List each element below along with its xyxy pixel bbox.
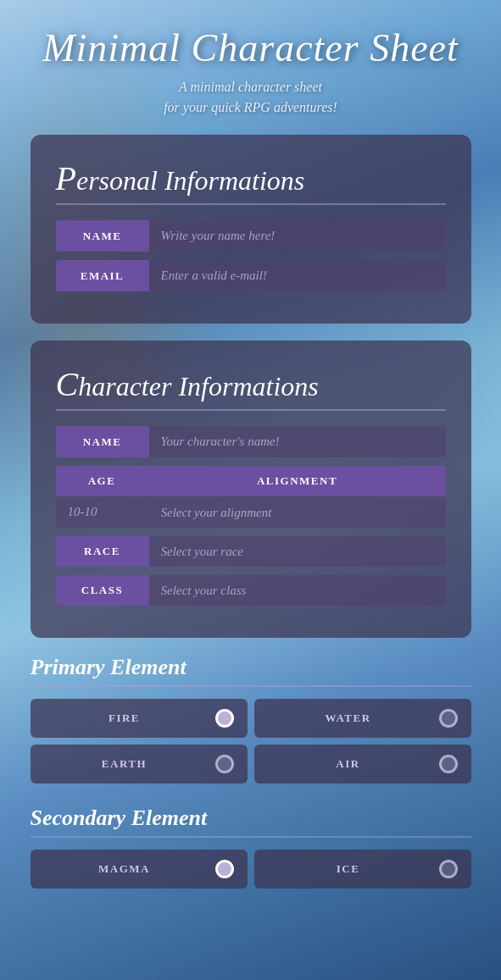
secondary-element-option-ice: ICE bbox=[254, 850, 471, 889]
character-name-input[interactable] bbox=[149, 426, 446, 457]
character-info-card: Character Informations NAME AGE ALIGNMEN… bbox=[31, 341, 471, 638]
app-title: Minimal Character Sheet bbox=[17, 25, 484, 70]
primary-element-grid: FIRE WATER EARTH AIR bbox=[31, 699, 471, 783]
element-label-water: WATER bbox=[268, 711, 429, 725]
age-label: AGE bbox=[56, 466, 149, 496]
element-label-air: AIR bbox=[268, 757, 429, 771]
personal-email-row: EMAIL bbox=[56, 260, 446, 291]
class-row: CLASS Select your classBarbarianBardCler… bbox=[56, 575, 446, 606]
personal-section-title: Personal Informations bbox=[56, 158, 446, 205]
element-option-fire: FIRE bbox=[31, 699, 248, 738]
secondary-element-label-ice: ICE bbox=[268, 862, 429, 876]
age-alignment-header: AGE ALIGNMENT bbox=[56, 466, 446, 496]
age-alignment-inputs: Select your alignmentLawful GoodNeutral … bbox=[56, 496, 446, 528]
secondary-element-option-magma: MAGMA bbox=[31, 850, 248, 889]
element-radio-water[interactable] bbox=[439, 709, 458, 728]
secondary-element-grid: MAGMA ICE bbox=[31, 850, 471, 889]
secondary-element-title: Secondary Element bbox=[31, 806, 471, 838]
header: Minimal Character Sheet A minimal charac… bbox=[0, 0, 501, 135]
element-label-fire: FIRE bbox=[44, 711, 205, 725]
element-radio-earth[interactable] bbox=[215, 755, 234, 773]
element-option-water: WATER bbox=[254, 699, 471, 738]
personal-email-input[interactable] bbox=[149, 260, 446, 291]
race-row: RACE Select your raceHumanElfDwarfHalfli… bbox=[56, 536, 446, 567]
alignment-label: ALIGNMENT bbox=[149, 466, 446, 496]
character-name-label: NAME bbox=[56, 426, 149, 457]
secondary-element-label-magma: MAGMA bbox=[44, 862, 205, 876]
primary-element-title: Primary Element bbox=[31, 655, 471, 687]
app-subtitle: A minimal character sheet for your quick… bbox=[17, 77, 484, 118]
secondary-element-radio-magma[interactable] bbox=[215, 860, 234, 878]
element-option-air: AIR bbox=[254, 745, 471, 783]
class-label: CLASS bbox=[56, 575, 149, 606]
character-name-row: NAME bbox=[56, 426, 446, 457]
race-select[interactable]: Select your raceHumanElfDwarfHalflingGno… bbox=[149, 536, 446, 567]
primary-element-section: Primary Element FIRE WATER EARTH AIR bbox=[31, 655, 471, 792]
class-select[interactable]: Select your classBarbarianBardClericDrui… bbox=[149, 575, 446, 606]
character-section-title: Character Informations bbox=[56, 364, 446, 411]
personal-info-card: Personal Informations NAME EMAIL bbox=[31, 135, 471, 324]
personal-name-input[interactable] bbox=[149, 220, 446, 252]
element-label-earth: EARTH bbox=[44, 757, 205, 771]
race-label: RACE bbox=[56, 536, 149, 567]
secondary-element-section: Secondary Element MAGMA ICE bbox=[31, 806, 471, 897]
element-radio-air[interactable] bbox=[439, 755, 458, 773]
age-input[interactable] bbox=[56, 496, 149, 528]
alignment-select[interactable]: Select your alignmentLawful GoodNeutral … bbox=[149, 496, 446, 528]
element-radio-fire[interactable] bbox=[215, 709, 234, 728]
element-option-earth: EARTH bbox=[31, 745, 248, 783]
secondary-element-radio-ice[interactable] bbox=[439, 860, 458, 878]
personal-name-label: NAME bbox=[56, 220, 149, 252]
personal-email-label: EMAIL bbox=[56, 260, 149, 291]
personal-name-row: NAME bbox=[56, 220, 446, 252]
